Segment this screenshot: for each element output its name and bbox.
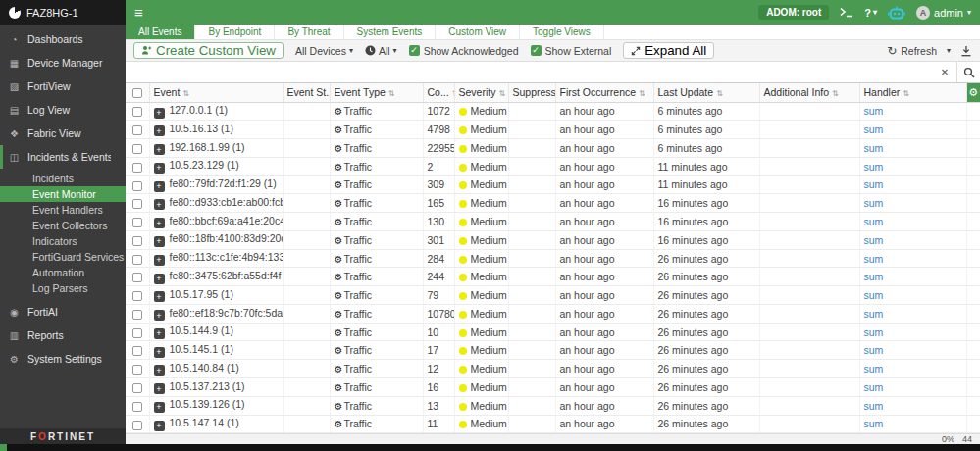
show-acknowledged-checkbox[interactable]: ✓ Show Acknowledged xyxy=(409,45,519,57)
handler-link[interactable]: sum xyxy=(864,381,884,393)
event-row[interactable]: +fe80::79fd:72d:f1:29 (1) ⚙Traffic 309 M… xyxy=(126,175,980,194)
event-row[interactable]: +10.5.137.213 (1) ⚙Traffic 16 Medium an … xyxy=(126,377,980,396)
handler-link[interactable]: sum xyxy=(864,161,884,173)
expand-row-icon[interactable]: + xyxy=(154,310,165,321)
expand-row-icon[interactable]: + xyxy=(154,236,165,247)
event-row[interactable]: +10.5.147.14 (1) ⚙Traffic 11 Medium an h… xyxy=(126,415,980,433)
tab[interactable]: System Events xyxy=(344,25,437,39)
row-checkbox[interactable] xyxy=(132,255,142,265)
sidebar-subitem[interactable]: Incidents xyxy=(0,171,126,186)
expand-row-icon[interactable]: + xyxy=(154,328,165,339)
column-header-suppress[interactable]: Suppress⇅ xyxy=(508,83,555,102)
column-header-severity[interactable]: Severity⇅ xyxy=(454,83,508,102)
row-checkbox[interactable] xyxy=(132,199,142,209)
event-row[interactable]: +10.5.23.129 (1) ⚙Traffic 2 Medium an ho… xyxy=(126,157,980,175)
sidebar-item[interactable]: ▥ Reports xyxy=(0,324,126,347)
row-checkbox[interactable] xyxy=(132,310,142,320)
row-checkbox[interactable] xyxy=(132,291,142,301)
event-row[interactable]: +10.5.144.9 (1) ⚙Traffic 10 Medium an ho… xyxy=(126,323,980,341)
event-row[interactable]: +10.5.140.84 (1) ⚙Traffic 12 Medium an h… xyxy=(126,360,980,378)
expand-row-icon[interactable]: + xyxy=(154,402,165,413)
column-header-event[interactable]: Event⇅ xyxy=(149,83,283,102)
handler-link[interactable]: sum xyxy=(864,326,884,338)
sidebar-subitem[interactable]: Event Handlers xyxy=(0,202,126,218)
row-checkbox[interactable] xyxy=(132,125,142,135)
refresh-caret-down-icon[interactable]: ▾ xyxy=(947,47,951,55)
user-menu[interactable]: A admin ▾ xyxy=(916,6,971,20)
event-row[interactable]: +fe80::18fb:4100:83d9:20da (1) ⚙Traffic … xyxy=(126,230,980,249)
tab[interactable]: Toggle Views xyxy=(520,25,604,39)
sidebar-item[interactable]: ◉ FortiAI xyxy=(0,300,126,324)
event-row[interactable]: +192.168.1.99 (1) ⚙Traffic 22955 Medium … xyxy=(126,139,980,158)
menu-icon[interactable]: ≡ xyxy=(134,5,143,20)
select-all-checkbox[interactable] xyxy=(126,83,149,102)
column-header-handler[interactable]: Handler⇅ xyxy=(859,83,966,102)
event-row[interactable]: +fe80::3475:62bf:a55d:f4f (1) ⚙Traffic 2… xyxy=(126,268,980,286)
sidebar-subitem[interactable]: Event Monitor xyxy=(0,186,126,202)
event-row[interactable]: +fe80::113c:c1fe:4b94:1330 (1) ⚙Traffic … xyxy=(126,249,980,268)
handler-link[interactable]: sum xyxy=(864,289,884,301)
expand-row-icon[interactable]: + xyxy=(154,125,165,136)
event-row[interactable]: +10.5.16.13 (1) ⚙Traffic 4798 Medium an … xyxy=(126,121,980,139)
download-button[interactable] xyxy=(960,45,972,57)
sidebar-item[interactable]: ⚙ System Settings xyxy=(0,347,126,371)
create-custom-view-button[interactable]: Create Custom View xyxy=(133,42,284,59)
event-row[interactable]: +127.0.0.1 (1) ⚙Traffic 1072 Medium an h… xyxy=(126,102,980,121)
column-header-count[interactable]: Co...⇅ xyxy=(423,83,454,102)
show-external-checkbox[interactable]: ✓ Show External xyxy=(531,45,612,57)
row-checkbox[interactable] xyxy=(132,236,142,246)
handler-link[interactable]: sum xyxy=(864,234,884,246)
column-settings-button[interactable]: ⚙ xyxy=(966,83,980,102)
adom-badge[interactable]: ADOM: root xyxy=(758,5,829,20)
event-row[interactable]: +10.5.145.1 (1) ⚙Traffic 17 Medium an ho… xyxy=(126,341,980,360)
row-checkbox[interactable] xyxy=(132,107,142,117)
time-filter-dropdown[interactable]: All ▾ xyxy=(365,45,397,57)
handler-link[interactable]: sum xyxy=(864,105,884,117)
row-checkbox[interactable] xyxy=(132,218,142,227)
cli-console-icon[interactable] xyxy=(840,7,853,18)
row-checkbox[interactable] xyxy=(132,383,142,393)
help-icon[interactable]: ? ▾ xyxy=(864,7,877,19)
row-checkbox[interactable] xyxy=(132,144,142,154)
expand-row-icon[interactable]: + xyxy=(154,144,165,155)
expand-all-button[interactable]: Expand All xyxy=(623,42,714,59)
clear-search-icon[interactable]: ✕ xyxy=(933,62,956,82)
row-checkbox[interactable] xyxy=(132,346,142,356)
tab[interactable]: By Endpoint xyxy=(195,25,275,39)
sidebar-item[interactable]: ❖ Fabric View xyxy=(0,122,126,145)
tab[interactable]: By Threat xyxy=(275,25,343,39)
event-row[interactable]: +10.5.139.126 (1) ⚙Traffic 13 Medium an … xyxy=(126,396,980,415)
sidebar-item[interactable]: ▤ Log View xyxy=(0,98,126,122)
refresh-button[interactable]: ↻ Refresh xyxy=(887,45,937,57)
sidebar-item[interactable]: ▨ FortiView xyxy=(0,75,126,98)
expand-row-icon[interactable]: + xyxy=(154,274,165,284)
handler-link[interactable]: sum xyxy=(864,400,884,412)
handler-link[interactable]: sum xyxy=(864,124,884,135)
expand-row-icon[interactable]: + xyxy=(154,291,165,302)
event-row[interactable]: +fe80::bbcf:69a:a41e:20c4 (1) ⚙Traffic 1… xyxy=(126,213,980,231)
row-checkbox[interactable] xyxy=(132,163,142,173)
column-header-last-update[interactable]: Last Update⇅ xyxy=(653,83,759,102)
handler-link[interactable]: sum xyxy=(864,344,884,356)
expand-row-icon[interactable]: + xyxy=(154,163,165,174)
expand-row-icon[interactable]: + xyxy=(154,365,165,376)
handler-link[interactable]: sum xyxy=(864,271,884,282)
sidebar-subitem[interactable]: Automation xyxy=(0,265,126,280)
handler-link[interactable]: sum xyxy=(864,253,884,265)
expand-row-icon[interactable]: + xyxy=(154,255,165,266)
row-checkbox[interactable] xyxy=(132,421,142,430)
row-checkbox[interactable] xyxy=(132,402,142,412)
event-row[interactable]: +fe80::d933:cb1e:ab00:fcb2 (1) ⚙Traffic … xyxy=(126,194,980,213)
handler-link[interactable]: sum xyxy=(864,142,884,154)
expand-row-icon[interactable]: + xyxy=(154,108,165,119)
sidebar-item[interactable]: ▦ Device Manager xyxy=(0,51,126,75)
handler-link[interactable]: sum xyxy=(864,178,884,190)
expand-row-icon[interactable]: + xyxy=(154,421,165,431)
expand-row-icon[interactable]: + xyxy=(154,218,165,228)
expand-row-icon[interactable]: + xyxy=(154,199,165,210)
row-checkbox[interactable] xyxy=(132,328,142,338)
expand-row-icon[interactable]: + xyxy=(154,181,165,192)
search-query-input[interactable] xyxy=(126,62,933,82)
fortiai-robot-icon[interactable] xyxy=(888,6,905,20)
handler-link[interactable]: sum xyxy=(864,308,884,320)
